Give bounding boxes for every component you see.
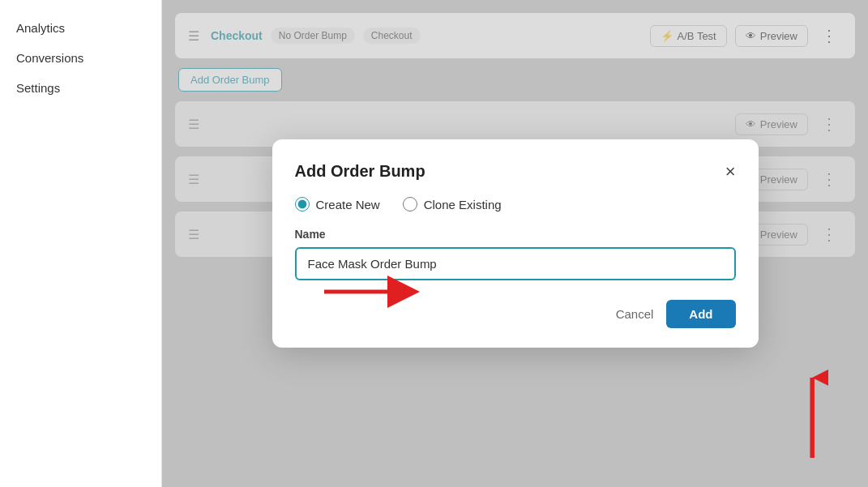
sidebar-item-conversions[interactable]: Conversions (0, 43, 161, 73)
add-order-bump-dialog: Add Order Bump × Create New Clone Existi… (272, 139, 759, 348)
dialog-title: Add Order Bump (295, 162, 425, 181)
dialog-header: Add Order Bump × (295, 162, 736, 181)
dialog-footer: Cancel Add (295, 300, 736, 328)
main-content: ☰ Checkout No Order Bump Checkout ⚡ A/B … (162, 0, 868, 487)
sidebar-item-analytics[interactable]: Analytics (0, 13, 161, 43)
radio-clone-existing-input[interactable] (403, 197, 417, 211)
radio-group: Create New Clone Existing (295, 197, 736, 211)
radio-create-new[interactable]: Create New (295, 197, 380, 211)
sidebar: Analytics Conversions Settings (0, 0, 162, 487)
radio-clone-existing[interactable]: Clone Existing (403, 197, 502, 211)
add-button[interactable]: Add (666, 300, 735, 328)
name-input[interactable] (295, 247, 736, 280)
close-button[interactable]: × (725, 163, 736, 181)
sidebar-item-settings[interactable]: Settings (0, 73, 161, 103)
modal-overlay: Add Order Bump × Create New Clone Existi… (162, 0, 868, 487)
radio-create-new-input[interactable] (295, 197, 310, 211)
name-label: Name (295, 228, 736, 241)
cancel-button[interactable]: Cancel (616, 307, 654, 321)
